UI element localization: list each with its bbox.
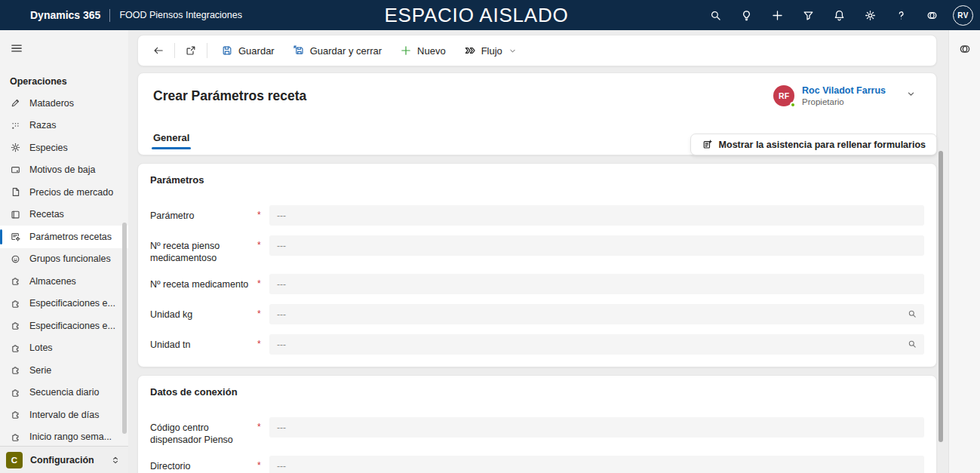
owner-name-link[interactable]: Roc Viladot Farrus bbox=[802, 85, 886, 97]
required-asterisk: * bbox=[257, 334, 269, 349]
app-name-link[interactable]: FOOD Piensos Integraciones bbox=[119, 10, 242, 20]
unidad-tn-input[interactable] bbox=[269, 334, 924, 355]
guide-button[interactable] bbox=[917, 0, 948, 30]
help-button[interactable] bbox=[886, 0, 917, 30]
sidebar-item-precios-de-mercado[interactable]: Precios de mercado bbox=[0, 181, 128, 204]
new-button[interactable]: Nuevo bbox=[392, 40, 453, 61]
section-parametros: Parámetros Parámetro * Nº receta pienso … bbox=[137, 163, 937, 367]
open-in-new-button[interactable] bbox=[178, 39, 204, 62]
form-fill-assist-button[interactable]: Mostrar la asistencia para rellenar form… bbox=[690, 134, 937, 155]
puzzle-icon bbox=[10, 298, 21, 309]
n-receta-pienso-medicamentoso-input[interactable] bbox=[269, 235, 924, 256]
section-datos-de-conexion: Datos de conexión Código centro dispensa… bbox=[137, 375, 937, 473]
user-avatar[interactable]: RV bbox=[953, 5, 973, 26]
field-input-wrap bbox=[269, 274, 924, 294]
dots-icon bbox=[10, 120, 21, 131]
sidebar-item-grupos-funcionales[interactable]: Grupos funcionales bbox=[0, 248, 128, 271]
new-icon bbox=[400, 45, 412, 57]
form-assist-icon bbox=[702, 139, 713, 150]
directorio-input[interactable] bbox=[269, 456, 924, 473]
hamburger-menu-button[interactable] bbox=[8, 39, 26, 60]
owner-role: Propietario bbox=[802, 97, 886, 107]
field-label: Nº receta pienso medicamentoso bbox=[150, 235, 257, 264]
lookup-search-icon[interactable] bbox=[907, 309, 917, 319]
sidebar-item-especies[interactable]: Especies bbox=[0, 137, 128, 159]
app-root: Dynamics 365 FOOD Piensos Integraciones … bbox=[0, 0, 980, 473]
field-directorio: Directorio * bbox=[150, 456, 924, 473]
tab-label: General bbox=[153, 132, 189, 143]
sidebar-item-especificaciones-e[interactable]: Especificaciones e... bbox=[0, 293, 128, 315]
n-receta-medicamento-input[interactable] bbox=[269, 274, 924, 294]
sidebar-item-razas[interactable]: Razas bbox=[0, 115, 128, 137]
hamburger-icon bbox=[10, 41, 23, 55]
chevron-down-icon bbox=[508, 46, 518, 56]
codigo-centro-dispensador-pienso-input[interactable] bbox=[269, 417, 924, 438]
area-badge: C bbox=[6, 452, 23, 468]
sidebar-item-intervalo-de-dias[interactable]: Intervalo de días bbox=[0, 404, 128, 426]
copilot-button[interactable] bbox=[955, 39, 975, 61]
settings-button[interactable] bbox=[855, 0, 886, 30]
dynamics-home-link[interactable]: Dynamics 365 bbox=[30, 9, 100, 21]
tab-strip: General bbox=[153, 132, 189, 155]
unidad-kg-input[interactable] bbox=[269, 304, 924, 324]
sidebar-item-serie[interactable]: Serie bbox=[0, 359, 128, 382]
sidebar-scrollbar[interactable] bbox=[122, 223, 127, 434]
sidebar-item-lotes[interactable]: Lotes bbox=[0, 337, 128, 360]
presence-indicator bbox=[790, 102, 796, 108]
chevron-down-icon[interactable] bbox=[905, 88, 917, 100]
back-icon bbox=[152, 45, 164, 57]
search-icon bbox=[709, 9, 722, 22]
add-button[interactable] bbox=[762, 0, 793, 30]
sidebar-item-recetas[interactable]: Recetas bbox=[0, 204, 128, 226]
area-switcher[interactable]: C Configuración bbox=[0, 446, 128, 473]
user-initials: RV bbox=[957, 11, 969, 20]
owner-avatar[interactable]: RF bbox=[773, 85, 794, 106]
pencil-icon bbox=[10, 97, 21, 109]
required-asterisk: * bbox=[257, 417, 269, 432]
field-unidad-tn: Unidad tn * bbox=[150, 334, 924, 355]
topbar-icon-group bbox=[700, 0, 948, 30]
sitemap-sidebar: Operaciones Mataderos Razas Especies Mot… bbox=[0, 30, 128, 473]
topbar: Dynamics 365 FOOD Piensos Integraciones … bbox=[0, 0, 980, 30]
flow-button[interactable]: Flujo bbox=[456, 40, 525, 61]
insights-icon bbox=[740, 9, 753, 22]
puzzle-icon bbox=[10, 342, 21, 354]
sidebar-item-almacenes[interactable]: Almacenes bbox=[0, 270, 128, 293]
insights-button[interactable] bbox=[731, 0, 762, 30]
notifications-button[interactable] bbox=[824, 0, 855, 30]
save-and-close-button[interactable]: Guardar y cerrar bbox=[285, 40, 389, 61]
sidebar-item-inicio-rango-sema[interactable]: Inicio rango sema... bbox=[0, 426, 128, 447]
filter-button[interactable] bbox=[793, 0, 824, 30]
parametro-input[interactable] bbox=[269, 205, 924, 226]
field-label: Directorio bbox=[150, 456, 257, 472]
field-label: Código centro dispensador Pienso bbox=[150, 417, 257, 446]
guide-icon bbox=[926, 9, 939, 22]
face-icon bbox=[10, 253, 21, 265]
owner-block: RF Roc Viladot Farrus Propietario bbox=[773, 85, 917, 107]
sidebar-item-especificaciones-e[interactable]: Especificaciones e... bbox=[0, 315, 128, 337]
main-scrollbar[interactable] bbox=[939, 151, 943, 442]
back-button[interactable] bbox=[146, 39, 171, 62]
owner-initials: RF bbox=[779, 91, 789, 100]
puzzle-icon bbox=[10, 320, 21, 331]
save-and-close-icon bbox=[293, 45, 305, 57]
active-tab-underline bbox=[152, 147, 191, 149]
sidebar-item-secuencia-diario[interactable]: Secuencia diario bbox=[0, 382, 128, 404]
command-divider bbox=[174, 43, 175, 58]
sidebar-item-mataderos[interactable]: Mataderos bbox=[0, 92, 128, 115]
topbar-left: Dynamics 365 FOOD Piensos Integraciones bbox=[0, 9, 242, 22]
tab-general[interactable]: General bbox=[153, 132, 189, 155]
save-button[interactable]: Guardar bbox=[214, 40, 282, 61]
lookup-search-icon[interactable] bbox=[907, 339, 917, 349]
area-label: Configuración bbox=[30, 455, 103, 465]
field-parametro: Parámetro * bbox=[150, 205, 924, 226]
search-button[interactable] bbox=[700, 0, 731, 30]
settings-icon bbox=[864, 9, 877, 22]
field-n-receta-medicamento: Nº receta medicamento * bbox=[150, 274, 924, 294]
sidebar-item-motivos-de-baja[interactable]: Motivos de baja bbox=[0, 159, 128, 182]
sidebar-item-parametros-recetas[interactable]: Parámetros recetas bbox=[0, 226, 128, 248]
field-codigo-centro-dispensador-pienso: Código centro dispensador Pienso * bbox=[150, 417, 924, 446]
puzzle-icon bbox=[10, 409, 21, 420]
form-assist-label: Mostrar la asistencia para rellenar form… bbox=[719, 140, 926, 150]
command-divider bbox=[207, 43, 207, 58]
